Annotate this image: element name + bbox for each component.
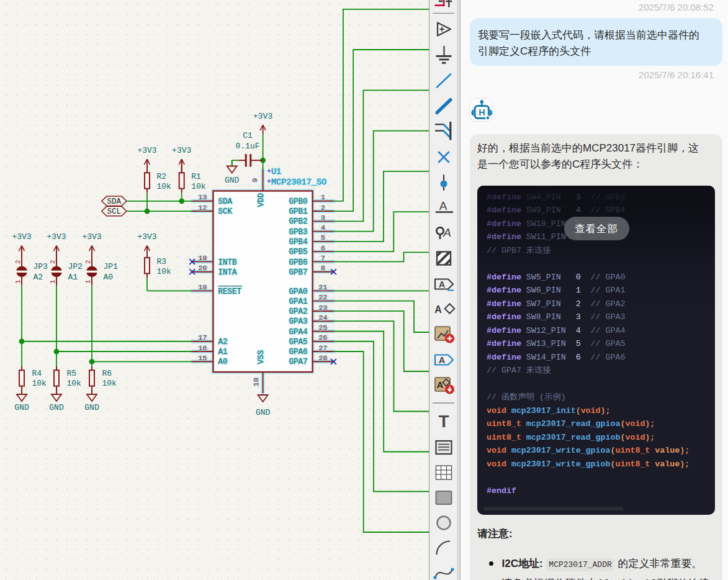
svg-text:GPB0: GPB0 (289, 197, 307, 206)
svg-text:A: A (439, 199, 447, 212)
svg-text:26: 26 (319, 333, 328, 342)
svg-text:GND: GND (49, 403, 64, 412)
svg-text:A: A (443, 226, 451, 239)
svg-text:MCP23017_SO: MCP23017_SO (271, 178, 326, 187)
svg-text:10k: 10k (157, 182, 172, 191)
svg-text:17: 17 (199, 333, 207, 342)
svg-text:1: 1 (321, 193, 325, 201)
svg-text:10k: 10k (32, 379, 47, 388)
svg-text:SDA: SDA (107, 197, 122, 206)
svg-text:A0: A0 (103, 273, 113, 282)
svg-text:JP3: JP3 (33, 262, 47, 271)
svg-text:24: 24 (319, 314, 328, 322)
svg-text:GPB1: GPB1 (289, 207, 307, 216)
svg-text:22: 22 (319, 293, 328, 301)
svg-text:U1: U1 (271, 167, 281, 176)
svg-text:A0: A0 (218, 358, 228, 366)
svg-text:5: 5 (321, 233, 325, 242)
svg-text:R3: R3 (157, 257, 167, 266)
svg-text:25: 25 (319, 324, 328, 332)
svg-text:9: 9 (251, 178, 259, 182)
svg-text:4: 4 (321, 224, 325, 232)
svg-text:10k: 10k (191, 182, 206, 191)
svg-text:R1: R1 (191, 172, 201, 181)
svg-text:A: A (434, 304, 442, 315)
svg-text:23: 23 (319, 304, 328, 312)
svg-text:21: 21 (319, 283, 328, 291)
svg-text:GPB6: GPB6 (289, 258, 307, 267)
svg-text:8: 8 (321, 264, 325, 272)
svg-text:R6: R6 (102, 369, 112, 378)
svg-text:GPB2: GPB2 (289, 217, 307, 226)
svg-text:INTB: INTB (218, 258, 238, 267)
svg-text:2: 2 (49, 260, 56, 263)
svg-text:GPA0: GPA0 (289, 288, 307, 296)
svg-text:GND: GND (225, 176, 240, 185)
svg-text:GND: GND (256, 408, 271, 417)
svg-text:3: 3 (321, 214, 325, 222)
svg-text:+3V3: +3V3 (253, 112, 272, 121)
svg-text:GPB4: GPB4 (289, 238, 307, 247)
svg-text:1: 1 (14, 279, 22, 283)
svg-text:20: 20 (199, 264, 207, 272)
svg-text:+3V3: +3V3 (172, 146, 191, 155)
svg-text:13: 13 (199, 193, 207, 201)
svg-text:H: H (479, 107, 485, 117)
svg-text:10: 10 (252, 378, 260, 386)
svg-text:R2: R2 (157, 172, 167, 181)
svg-text:+3V3: +3V3 (137, 146, 156, 155)
svg-text:27: 27 (319, 344, 328, 352)
svg-text:1: 1 (49, 279, 56, 283)
svg-text:0.1uF: 0.1uF (235, 142, 259, 151)
svg-text:GND: GND (84, 403, 99, 412)
svg-text:VDD: VDD (257, 193, 266, 207)
svg-text:A2: A2 (33, 273, 43, 282)
svg-text:2: 2 (14, 260, 22, 263)
svg-text:A1: A1 (218, 348, 228, 356)
svg-text:GPA5: GPA5 (289, 338, 307, 347)
svg-text:2: 2 (321, 204, 325, 212)
svg-text:RESET: RESET (218, 288, 242, 296)
svg-text:GPA4: GPA4 (289, 328, 307, 337)
svg-text:GND: GND (14, 403, 29, 412)
svg-text:R5: R5 (66, 369, 76, 378)
svg-text:+3V3: +3V3 (82, 232, 101, 242)
svg-text:R4: R4 (32, 369, 42, 378)
svg-text:C1: C1 (243, 131, 253, 140)
svg-text:10k: 10k (102, 379, 117, 388)
svg-text:SCK: SCK (218, 207, 233, 216)
svg-text:GPA1: GPA1 (289, 297, 307, 306)
svg-text:GPB7: GPB7 (289, 268, 307, 277)
svg-text:16: 16 (199, 344, 207, 352)
svg-text:GPA2: GPA2 (289, 307, 307, 316)
svg-text:GPA7: GPA7 (289, 358, 307, 366)
svg-text:INTA: INTA (218, 268, 238, 277)
svg-text:VSS: VSS (257, 350, 266, 365)
svg-text:15: 15 (199, 354, 207, 362)
svg-text:2: 2 (84, 260, 92, 263)
svg-text:SDA: SDA (218, 197, 233, 206)
svg-text:A: A (439, 355, 445, 365)
svg-text:10k: 10k (157, 267, 172, 276)
svg-text:19: 19 (199, 254, 207, 262)
svg-text:A: A (439, 279, 445, 289)
svg-text:SCL: SCL (107, 207, 122, 216)
svg-text:28: 28 (319, 354, 328, 362)
svg-text:GPA6: GPA6 (289, 348, 307, 356)
svg-text:GPA3: GPA3 (289, 317, 307, 326)
svg-text:A: A (437, 379, 444, 390)
svg-text:+3V3: +3V3 (137, 232, 156, 242)
svg-text:A1: A1 (68, 273, 78, 282)
svg-text:A2: A2 (218, 338, 228, 347)
svg-text:+3V3: +3V3 (47, 232, 66, 242)
svg-text:JP2: JP2 (68, 262, 82, 271)
svg-text:GPB5: GPB5 (289, 248, 307, 256)
svg-text:6: 6 (321, 244, 325, 252)
svg-text:12: 12 (199, 204, 207, 212)
svg-text:T: T (438, 412, 449, 431)
svg-text:10k: 10k (66, 379, 81, 388)
svg-text:+3V3: +3V3 (12, 232, 31, 242)
svg-text:JP1: JP1 (103, 262, 118, 271)
svg-text:GPB3: GPB3 (289, 228, 307, 237)
svg-text:1: 1 (84, 279, 92, 283)
